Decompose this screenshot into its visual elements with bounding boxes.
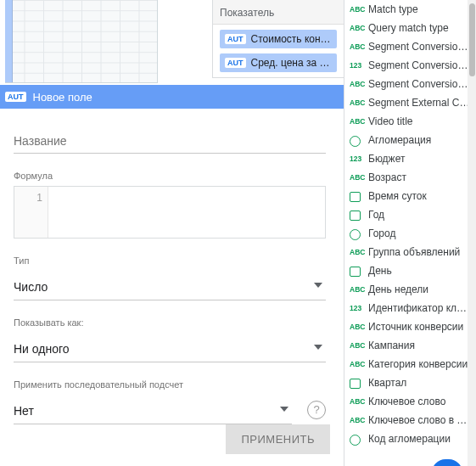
number-type-icon: 123 [350,304,368,312]
chart-bar [5,0,13,82]
text-type-icon: ABC [350,42,368,51]
dimension-label: Источник конверсии [368,321,471,333]
show-as-value: Ни одного [14,342,70,356]
date-type-icon [350,209,368,221]
text-type-icon: ABC [350,173,368,182]
text-type-icon: ABC [350,80,368,88]
dimension-item[interactable]: ABCКампания [344,336,476,355]
dimension-item[interactable]: День [344,261,476,280]
dimension-label: Бюджет [368,153,471,165]
dimension-label: Segment Conversion … [368,78,471,90]
dimension-label: Video title [368,115,471,127]
text-type-icon: ABC [350,416,368,424]
field-name-input[interactable] [14,129,326,154]
dimension-label: Segment Conversion … [368,59,471,71]
sequential-count-value: Нет [14,404,34,418]
chart-preview-area [0,0,212,85]
chevron-down-icon [314,283,322,288]
dimension-item[interactable]: 123Идентификатор кли… [344,299,476,317]
geo-type-icon [350,433,368,446]
text-type-icon: ABC [350,341,368,350]
dimension-label: Агломерация [368,134,471,146]
indicator-header: Показатель [213,0,344,25]
show-as-select[interactable]: Ни одного [14,333,326,362]
sequential-count-label: Применить последовательный подсчет [14,379,330,390]
dimension-label: Город [368,227,471,239]
dimension-item[interactable]: ABCИсточник конверсии [344,317,476,336]
dimension-label: Match type [368,3,471,15]
dimension-item[interactable]: Квартал [344,373,476,392]
dimension-label: Группа объявлений [368,246,471,258]
dimension-item[interactable]: ABCКлючевое слово в К… [344,411,476,430]
scrollbar[interactable] [468,0,476,466]
dimension-item[interactable]: ABCVideo title [344,112,476,131]
sequential-count-select[interactable]: Нет [14,395,292,424]
chart-grid [5,0,158,83]
aut-badge: AUT [5,92,26,102]
dimension-item[interactable]: ABCQuery match type [344,19,476,37]
metric-chip[interactable]: AUT Сред. цена за клик [220,53,337,72]
type-select[interactable]: Число [14,271,326,300]
dimension-item[interactable]: ABCSegment External Con… [344,93,476,112]
dimension-item[interactable]: ABCMatch type [344,0,476,19]
dimension-label: Ключевое слово в К… [368,414,471,426]
dimension-item[interactable]: ABCГруппа объявлений [344,243,476,261]
new-field-title: Новое поле [33,91,92,104]
chevron-down-icon [280,407,288,412]
text-type-icon: ABC [350,5,368,14]
chevron-down-icon [314,345,322,350]
field-editor-form: Формула 1 Тип Число Показывать как: Ни о… [0,109,344,466]
dimension-item[interactable]: Год [344,205,476,224]
text-type-icon: ABC [350,323,368,331]
dimension-item[interactable]: 123Segment Conversion … [344,56,476,75]
number-type-icon: 123 [350,154,368,163]
type-value: Число [14,280,48,294]
date-type-icon [350,377,368,389]
dimension-label: Кампания [368,340,471,351]
geo-type-icon [350,227,368,240]
text-type-icon: ABC [350,98,368,107]
dimension-label: Возраст [368,171,471,183]
dimension-item[interactable]: ABCКлючевое слово [344,392,476,411]
metric-chip[interactable]: AUT Стоимость конве… [220,30,337,48]
dimension-label: День недели [368,284,471,295]
text-type-icon: ABC [350,397,368,406]
dimension-item[interactable]: ABCДень недели [344,280,476,299]
dimension-label: Категория конверсии [368,358,471,370]
text-type-icon: ABC [350,360,368,368]
help-icon[interactable]: ? [307,401,326,419]
date-type-icon [350,265,368,277]
dimension-label: Query match type [368,22,471,34]
dimension-item[interactable]: ABCВозраст [344,168,476,187]
dimension-label: Идентификатор кли… [368,302,471,314]
dimension-item[interactable]: Код агломерации [344,430,476,448]
scrollbar-thumb[interactable] [469,3,475,76]
formula-input[interactable] [48,187,325,238]
dimension-item[interactable]: ABCSegment Conversion … [344,37,476,56]
apply-button[interactable]: ПРИМЕНИТЬ [226,424,330,454]
dimension-item[interactable]: ABCКатегория конверсии [344,355,476,373]
dimension-item[interactable]: Время суток [344,187,476,205]
show-as-label: Показывать как: [14,317,330,328]
dimension-label: Квартал [368,377,471,389]
text-type-icon: ABC [350,248,368,256]
aut-badge: AUT [225,58,246,68]
geo-type-icon [350,134,368,147]
line-number: 1 [14,187,48,238]
dimension-item[interactable]: Агломерация [344,131,476,149]
dimension-item[interactable]: Город [344,224,476,243]
add-fab[interactable] [432,459,462,466]
metric-chip-label: Стоимость конве… [251,33,333,45]
indicator-panel: Показатель AUT Стоимость конве… AUT Сред… [212,0,344,78]
text-type-icon: ABC [350,24,368,32]
dimension-label: Segment External Con… [368,97,471,109]
dimension-item[interactable]: 123Бюджет [344,149,476,168]
text-type-icon: ABC [350,117,368,126]
formula-editor[interactable]: 1 [14,186,326,239]
dimension-label: День [368,265,471,277]
metric-chip-label: Сред. цена за клик [251,57,333,69]
dimension-item[interactable]: ABCSegment Conversion … [344,75,476,93]
dimension-label: Segment Conversion … [368,41,471,53]
dimension-label: Ключевое слово [368,396,471,407]
dimension-label: Код агломерации [368,433,471,445]
